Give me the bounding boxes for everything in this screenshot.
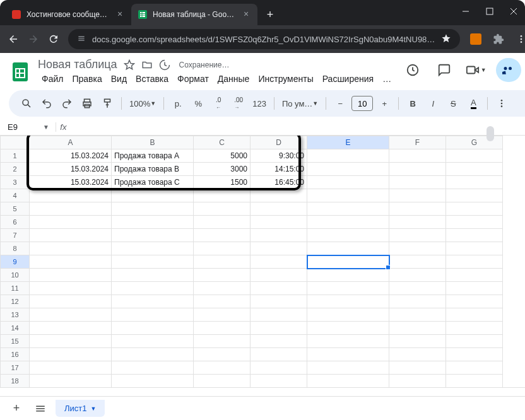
toolbar-more-button[interactable] [493, 95, 510, 112]
col-hdr-G[interactable]: G [446, 136, 503, 149]
strike-button[interactable]: S [444, 95, 462, 112]
browser-tab-1[interactable]: Новая таблица - Google Табли × [131, 4, 257, 25]
tab-close-1[interactable]: × [241, 9, 251, 20]
cell-D1[interactable]: 9:30:00 [251, 149, 307, 163]
row-hdr-3[interactable]: 3 [1, 176, 30, 189]
redo-button[interactable] [58, 95, 76, 112]
comments-button[interactable] [433, 59, 456, 81]
spreadsheet-grid[interactable]: A B C D E F G 115.03.2024Продажа товара … [0, 136, 525, 387]
name-box[interactable]: E9 [5, 122, 43, 132]
cell-B1[interactable]: Продажа товара А [112, 149, 194, 163]
menu-edit[interactable]: Правка [68, 73, 105, 85]
star-icon[interactable] [441, 33, 451, 45]
row-hdr-5[interactable]: 5 [1, 202, 30, 216]
cell-A1[interactable]: 15.03.2024 [30, 149, 112, 163]
tab-close-0[interactable]: × [115, 9, 125, 20]
cloud-status-icon[interactable] [159, 59, 170, 71]
undo-button[interactable] [38, 95, 56, 112]
all-sheets-button[interactable] [32, 400, 49, 417]
history-button[interactable] [401, 59, 424, 81]
cell-F2[interactable] [389, 163, 446, 176]
back-button[interactable] [8, 33, 19, 45]
bold-button[interactable]: B [404, 95, 422, 112]
menu-insert[interactable]: Вставка [132, 73, 172, 85]
site-info-icon[interactable] [77, 34, 86, 45]
cell-B2[interactable]: Продажа товара В [112, 163, 194, 176]
cell-G1[interactable] [446, 149, 503, 163]
col-hdr-F[interactable]: F [389, 136, 446, 149]
cell-E2[interactable] [307, 163, 389, 176]
row-hdr-17[interactable]: 17 [1, 361, 30, 375]
col-hdr-A[interactable]: A [30, 136, 112, 149]
row-hdr-6[interactable]: 6 [1, 216, 30, 229]
sheet-tab-menu-icon[interactable]: ▼ [90, 405, 96, 412]
cell-A2[interactable]: 15.03.2024 [30, 163, 112, 176]
cell-F3[interactable] [389, 176, 446, 189]
browser-tab-0[interactable]: Хостинговое сообщество «Tim × [5, 4, 131, 25]
row-hdr-15[interactable]: 15 [1, 335, 30, 348]
move-doc-icon[interactable] [141, 59, 153, 71]
ext-icon-2[interactable] [492, 32, 505, 46]
cell-E9[interactable] [307, 255, 389, 269]
add-sheet-button[interactable]: + [8, 400, 25, 417]
cell-A3[interactable]: 15.03.2024 [30, 176, 112, 189]
row-hdr-4[interactable]: 4 [1, 189, 30, 202]
browser-menu[interactable] [514, 32, 525, 46]
cell-E1[interactable] [307, 149, 389, 163]
row-hdr-13[interactable]: 13 [1, 308, 30, 322]
sheets-logo[interactable] [9, 61, 32, 83]
share-button[interactable] [496, 58, 521, 82]
select-all-corner[interactable] [1, 136, 30, 149]
font-size-decrease[interactable]: − [331, 95, 349, 112]
row-hdr-7[interactable]: 7 [1, 229, 30, 242]
zoom-select[interactable]: 100% ▼ [127, 95, 158, 112]
window-maximize[interactable] [483, 5, 496, 18]
name-box-arrow[interactable]: ▼ [43, 124, 49, 131]
star-doc-icon[interactable] [124, 59, 135, 71]
reload-button[interactable] [48, 33, 59, 45]
menu-file[interactable]: Файл [38, 73, 67, 85]
cell-F1[interactable] [389, 149, 446, 163]
cell-G2[interactable] [446, 163, 503, 176]
meet-button[interactable]: ▼ [464, 59, 487, 81]
col-hdr-B[interactable]: B [112, 136, 194, 149]
window-minimize[interactable] [459, 5, 472, 18]
forward-button[interactable] [28, 33, 39, 45]
window-close[interactable] [507, 5, 520, 18]
row-hdr-11[interactable]: 11 [1, 282, 30, 295]
row-hdr-2[interactable]: 2 [1, 163, 30, 176]
cell-C1[interactable]: 5000 [194, 149, 251, 163]
search-menus-button[interactable] [18, 95, 35, 112]
row-hdr-14[interactable]: 14 [1, 322, 30, 335]
menu-view[interactable]: Вид [107, 73, 131, 85]
cell-G3[interactable] [446, 176, 503, 189]
print-button[interactable] [78, 95, 96, 112]
cell-C3[interactable]: 1500 [194, 176, 251, 189]
font-select[interactable]: По ум… ▼ [280, 95, 321, 112]
row-hdr-16[interactable]: 16 [1, 348, 30, 361]
new-tab-button[interactable]: + [261, 6, 279, 23]
ext-icon-1[interactable] [469, 32, 483, 46]
menu-tools[interactable]: Инструменты [254, 73, 317, 85]
percent-button[interactable]: % [189, 95, 207, 112]
menu-extensions[interactable]: Расширения [319, 73, 377, 85]
row-hdr-12[interactable]: 12 [1, 295, 30, 308]
cell-C2[interactable]: 3000 [194, 163, 251, 176]
cell-E3[interactable] [307, 176, 389, 189]
row-hdr-9[interactable]: 9 [1, 255, 30, 269]
horizontal-scroll[interactable]: ◄► [0, 387, 525, 396]
text-color-button[interactable]: A [464, 95, 482, 112]
menu-data[interactable]: Данные [214, 73, 254, 85]
row-hdr-10[interactable]: 10 [1, 269, 30, 282]
row-hdr-18[interactable]: 18 [1, 375, 30, 388]
row-hdr-1[interactable]: 1 [1, 149, 30, 163]
decrease-decimal-button[interactable]: .0← [209, 95, 227, 112]
menu-more[interactable]: … [379, 73, 395, 85]
font-size-increase[interactable]: + [375, 95, 393, 112]
sheet-tab-1[interactable]: Лист1▼ [56, 400, 105, 417]
currency-button[interactable]: р. [169, 95, 187, 112]
cell-D2[interactable]: 14:15:00 [251, 163, 307, 176]
col-hdr-E[interactable]: E [307, 136, 389, 149]
italic-button[interactable]: I [424, 95, 442, 112]
font-size-input[interactable]: 10 [351, 96, 373, 111]
